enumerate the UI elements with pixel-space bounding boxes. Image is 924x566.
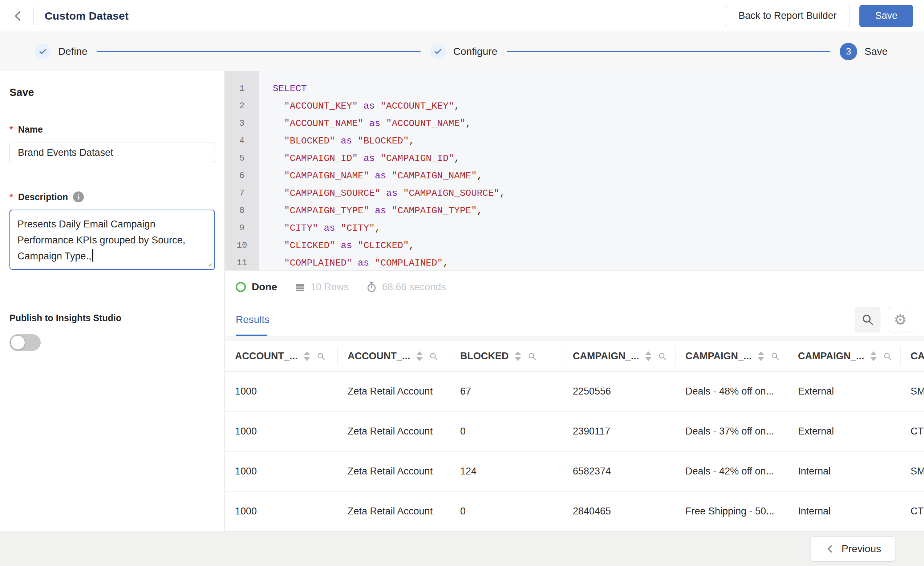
column-header[interactable]: ACCOUNT_... — [225, 341, 338, 371]
sql-code-line[interactable]: "ACCOUNT_KEY" as "ACCOUNT_KEY", — [273, 98, 924, 115]
back-to-report-builder-button[interactable]: Back to Report Builder — [725, 5, 850, 27]
step-configure[interactable]: Configure — [430, 44, 497, 60]
table-row[interactable]: 1000Zeta Retail Account1246582374Deals -… — [225, 452, 924, 491]
sort-arrows-icon[interactable] — [304, 351, 310, 361]
table-cell: SM — [900, 386, 924, 397]
previous-button[interactable]: Previous — [811, 536, 895, 561]
publish-toggle[interactable] — [9, 334, 40, 351]
sql-code-line[interactable]: "CLICKED" as "CLICKED", — [273, 237, 924, 254]
column-search-icon[interactable] — [658, 352, 667, 361]
info-icon[interactable]: i — [73, 191, 84, 202]
table-cell: 2840465 — [562, 506, 675, 517]
table-row[interactable]: 1000Zeta Retail Account02390117Deals - 3… — [225, 411, 924, 452]
tab-results[interactable]: Results — [236, 303, 270, 336]
table-header-row: ACCOUNT_...ACCOUNT_...BLOCKEDCAMPAIGN_..… — [225, 341, 924, 372]
table-cell: Zeta Retail Account — [338, 386, 450, 397]
description-textarea[interactable]: Presents Daily Email Campaign Performanc… — [9, 210, 215, 270]
sql-code-line[interactable]: "COMPLAINED" as "COMPLAINED", — [273, 254, 924, 271]
table-row[interactable]: 1000Zeta Retail Account672250556Deals - … — [225, 372, 924, 411]
line-number: 10 — [225, 237, 259, 254]
row-count: 10 Rows — [294, 282, 349, 293]
name-input[interactable]: Brand Events Dataset — [9, 142, 215, 163]
resize-handle-icon[interactable] — [206, 261, 212, 267]
sort-arrows-icon[interactable] — [870, 351, 877, 361]
column-header-label: CAMPAIGN_... — [798, 351, 864, 362]
column-search-icon[interactable] — [317, 352, 326, 361]
table-body: 1000Zeta Retail Account672250556Deals - … — [225, 372, 924, 531]
table-cell: 1000 — [225, 506, 338, 517]
save-sidebar: Save Name Brand Events Dataset Descripti… — [0, 71, 225, 531]
table-cell: 1000 — [225, 386, 338, 397]
table-cell: Deals - 42% off on... — [675, 466, 788, 477]
sql-code-line[interactable]: "BLOCKED" as "BLOCKED", — [273, 132, 924, 150]
column-header[interactable]: CA — [900, 341, 924, 371]
table-cell: 1000 — [225, 466, 338, 477]
table-cell: Zeta Retail Account — [338, 506, 450, 517]
row-count-text: 10 Rows — [310, 282, 349, 293]
save-button[interactable]: Save — [860, 5, 913, 27]
search-results-button[interactable] — [855, 307, 880, 332]
column-search-icon[interactable] — [429, 352, 438, 361]
line-number: 6 — [225, 167, 259, 185]
step-save[interactable]: 3 Save — [840, 43, 888, 60]
sql-code-line[interactable]: "CAMPAIGN_ID" as "CAMPAIGN_ID", — [273, 150, 924, 167]
column-header-label: CA — [910, 351, 924, 362]
sort-arrows-icon[interactable] — [416, 351, 423, 361]
step-number-badge: 3 — [840, 43, 857, 60]
description-field-label: Description i — [9, 191, 215, 202]
results-tab-bar: Results ⚙ — [225, 303, 924, 336]
wizard-footer: Previous — [0, 531, 924, 566]
stepper-connector — [507, 51, 830, 52]
column-search-icon[interactable] — [771, 352, 780, 361]
sort-arrows-icon[interactable] — [758, 351, 764, 361]
text-caret — [92, 249, 93, 261]
sql-code-line[interactable]: "CAMPAIGN_TYPE" as "CAMPAIGN_TYPE", — [273, 202, 924, 219]
table-cell: 0 — [450, 426, 562, 437]
column-header[interactable]: CAMPAIGN_... — [562, 341, 675, 371]
sql-code-line[interactable]: "CAMPAIGN_NAME" as "CAMPAIGN_NAME", — [273, 167, 924, 185]
step-define[interactable]: Define — [35, 44, 87, 60]
table-cell: External — [788, 426, 900, 437]
line-number: 8 — [225, 202, 259, 219]
sql-editor[interactable]: 1234567891011 SELECT "ACCOUNT_KEY" as "A… — [225, 71, 924, 271]
column-search-icon[interactable] — [528, 352, 537, 361]
stopwatch-icon — [366, 282, 377, 293]
sql-code-line[interactable]: "ACCOUNT_NAME" as "ACCOUNT_NAME", — [273, 115, 924, 132]
sql-code-line[interactable]: SELECT — [273, 80, 924, 98]
column-header[interactable]: CAMPAIGN_... — [788, 341, 900, 371]
column-header[interactable]: ACCOUNT_... — [338, 341, 450, 371]
table-cell: CT — [900, 506, 924, 517]
name-input-value: Brand Events Dataset — [18, 147, 113, 158]
results-table: ACCOUNT_...ACCOUNT_...BLOCKEDCAMPAIGN_..… — [225, 341, 924, 531]
line-number: 3 — [225, 115, 259, 132]
table-cell: 124 — [450, 466, 562, 477]
query-duration: 68.66 seconds — [366, 282, 446, 293]
page-title: Custom Dataset — [45, 10, 129, 22]
sort-arrows-icon[interactable] — [514, 351, 521, 361]
sql-code-line[interactable]: "CITY" as "CITY", — [273, 219, 924, 237]
query-duration-text: 68.66 seconds — [382, 282, 446, 293]
column-header-label: CAMPAIGN_... — [686, 351, 752, 362]
table-cell: Internal — [788, 466, 900, 477]
table-cell: 1000 — [225, 426, 338, 437]
table-settings-button[interactable]: ⚙ — [888, 307, 913, 332]
sql-code[interactable]: SELECT "ACCOUNT_KEY" as "ACCOUNT_KEY", "… — [259, 71, 924, 270]
sidebar-heading: Save — [9, 84, 215, 108]
line-number: 4 — [225, 132, 259, 150]
column-search-icon[interactable] — [884, 352, 892, 361]
sort-arrows-icon[interactable] — [645, 351, 652, 361]
table-cell: SM — [900, 466, 924, 477]
line-number-gutter: 1234567891011 — [225, 71, 259, 270]
table-row[interactable]: 1000Zeta Retail Account02840465Free Ship… — [225, 491, 924, 531]
table-cell: External — [788, 386, 900, 397]
table-cell: Internal — [788, 506, 900, 517]
column-header[interactable]: BLOCKED — [450, 341, 562, 371]
table-cell: CT — [900, 426, 924, 437]
back-button[interactable] — [10, 8, 26, 24]
column-header[interactable]: CAMPAIGN_... — [675, 341, 788, 371]
divider — [0, 108, 225, 108]
gear-icon: ⚙ — [894, 312, 907, 327]
sql-code-line[interactable]: "CAMPAIGN_SOURCE" as "CAMPAIGN_SOURCE", — [273, 185, 924, 202]
table-cell: 2390117 — [562, 426, 675, 437]
table-cell: Free Shipping - 50... — [675, 506, 788, 517]
